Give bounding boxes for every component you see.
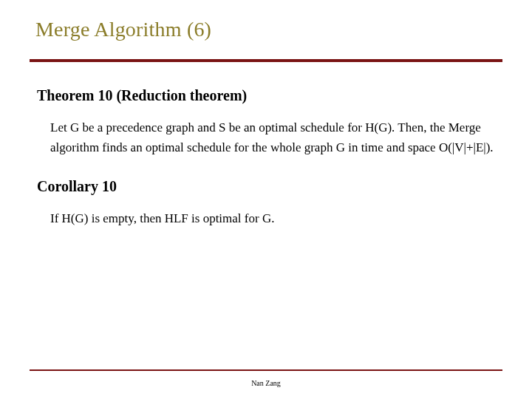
slide-title: Merge Algorithm (6) <box>35 18 211 41</box>
content-area: Theorem 10 (Reduction theorem) Let G be … <box>37 87 495 242</box>
divider-top <box>30 59 502 62</box>
corollary-heading: Corollary 10 <box>37 178 495 195</box>
slide: Merge Algorithm (6) Theorem 10 (Reductio… <box>0 0 532 399</box>
theorem-body: Let G be a precedence graph and S be an … <box>50 117 495 157</box>
theorem-heading: Theorem 10 (Reduction theorem) <box>37 87 495 104</box>
divider-bottom <box>30 369 502 371</box>
corollary-block: Corollary 10 If H(G) is empty, then HLF … <box>37 178 495 228</box>
corollary-body: If H(G) is empty, then HLF is optimal fo… <box>50 208 495 228</box>
footer-author: Nan Zang <box>0 379 532 387</box>
